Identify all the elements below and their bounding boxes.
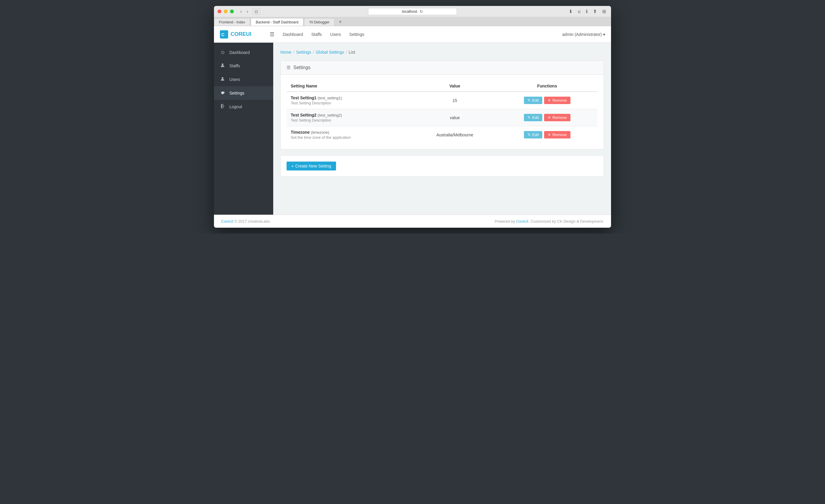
- staffs-icon: [220, 63, 225, 69]
- edit-button-3[interactable]: ✎ Edit: [524, 131, 542, 138]
- sidebar-item-dashboard[interactable]: ⊙ Dashboard: [214, 46, 273, 59]
- url-bar[interactable]: localhost ↻: [368, 8, 457, 15]
- breadcrumb-global-settings[interactable]: Global Settings: [316, 50, 344, 55]
- pocket-icon[interactable]: ⬇: [567, 8, 574, 15]
- info-icon[interactable]: ℹ: [584, 8, 589, 15]
- breadcrumb-sep-3: /: [346, 50, 347, 55]
- card-header: ☰ Settings: [281, 61, 604, 75]
- plus-icon: +: [291, 164, 294, 168]
- edit-button-2[interactable]: ✎ Edit: [524, 114, 542, 121]
- card-body: Setting Name Value Functions: [281, 75, 604, 149]
- footer-left: CoreUI © 2017 creativeLabs.: [221, 219, 271, 224]
- tab-backend[interactable]: Backend - Staff Dashboard: [251, 18, 303, 26]
- chevron-down-icon: ▾: [603, 32, 605, 37]
- breadcrumb-home[interactable]: Home: [280, 50, 291, 55]
- settings-card: ☰ Settings Setting Name: [280, 61, 604, 149]
- dashboard-icon: ⊙: [220, 50, 225, 55]
- users-icon: [220, 76, 225, 82]
- maximize-button[interactable]: [230, 9, 234, 13]
- setting-name-cell-3: Timezone (timezone) Set the time zone of…: [287, 126, 413, 143]
- card-title: Settings: [293, 65, 311, 70]
- col-value: Value: [413, 81, 497, 92]
- footer-copyright: © 2017 creativeLabs.: [234, 219, 271, 224]
- top-nav-links: Dashboard Staffs Users Settings: [279, 30, 368, 39]
- mac-window-controls: [218, 9, 234, 13]
- user-icon[interactable]: u: [576, 8, 582, 15]
- share-icon[interactable]: ⬆: [592, 8, 598, 15]
- nav-dashboard[interactable]: Dashboard: [279, 30, 307, 39]
- list-icon: ☰: [287, 65, 290, 70]
- tab-frontend[interactable]: Frontend - Index: [214, 18, 250, 26]
- content-area: Home / Settings / Global Settings / List…: [273, 43, 611, 215]
- sidebar: ⊙ Dashboard Staffs Users: [214, 43, 273, 215]
- breadcrumb-settings[interactable]: Settings: [296, 50, 311, 55]
- brand-text: COREUI: [231, 31, 251, 38]
- edit-icon-2: ✎: [527, 115, 531, 120]
- nav-settings[interactable]: Settings: [346, 30, 368, 39]
- svg-rect-7: [222, 105, 222, 107]
- nav-users[interactable]: Users: [326, 30, 345, 39]
- grid-icon[interactable]: ⊞: [601, 8, 607, 15]
- breadcrumb-sep-2: /: [313, 50, 314, 55]
- svg-point-3: [222, 77, 223, 79]
- table-row: Test Setting2 (test_setting2) Test Setti…: [287, 109, 598, 126]
- sidebar-item-users[interactable]: Users: [214, 73, 273, 86]
- breadcrumb-list: List: [349, 50, 355, 55]
- mac-window: ‹ › ⊡ localhost ↻ ⬇ u ℹ ⬆ ⊞ Frontend - I…: [214, 6, 611, 228]
- footer-coreui-link-left[interactable]: CoreUI: [221, 219, 233, 224]
- edit-button-1[interactable]: ✎ Edit: [524, 97, 542, 104]
- setting-name-cell-2: Test Setting2 (test_setting2) Test Setti…: [287, 109, 413, 126]
- remove-icon-1: ✕: [548, 98, 551, 102]
- svg-point-2: [222, 63, 223, 65]
- sidebar-item-staffs[interactable]: Staffs: [214, 59, 273, 73]
- logout-icon: [220, 104, 225, 110]
- close-button[interactable]: [218, 9, 221, 13]
- top-nav: C COREUI ☰ Dashboard Staffs Users Settin…: [214, 26, 611, 43]
- minimize-button[interactable]: [224, 9, 228, 13]
- breadcrumb: Home / Settings / Global Settings / List: [280, 50, 604, 55]
- settings-table: Setting Name Value Functions: [287, 81, 598, 143]
- back-button[interactable]: ‹: [238, 8, 244, 15]
- user-menu[interactable]: admin (Administrator) ▾: [562, 32, 605, 37]
- brand-logo: C COREUI: [220, 30, 267, 39]
- nav-staffs[interactable]: Staffs: [308, 30, 326, 39]
- col-functions: Functions: [497, 81, 598, 92]
- footer-right: Powered by CoreUI. Customized by CK Desi…: [495, 219, 604, 224]
- forward-button[interactable]: ›: [245, 8, 250, 15]
- url-text: localhost: [402, 9, 417, 14]
- new-tab-button[interactable]: +: [336, 18, 344, 26]
- create-new-setting-button[interactable]: + Create New Setting: [287, 161, 336, 170]
- table-row: Timezone (timezone) Set the time zone of…: [287, 126, 598, 143]
- functions-cell-1: ✎ Edit ✕ Remove: [497, 92, 598, 109]
- coreui-logo-icon: C: [220, 30, 228, 39]
- remove-icon-3: ✕: [548, 133, 551, 137]
- svg-text:C: C: [221, 32, 224, 37]
- hamburger-button[interactable]: ☰: [270, 31, 275, 38]
- settings-icon: [220, 90, 225, 96]
- edit-icon-3: ✎: [527, 133, 531, 137]
- reload-icon[interactable]: ↻: [420, 9, 423, 14]
- create-card-body: + Create New Setting: [281, 156, 604, 176]
- edit-icon-1: ✎: [527, 98, 531, 102]
- col-setting-name: Setting Name: [287, 81, 413, 92]
- remove-button-2[interactable]: ✕ Remove: [544, 114, 570, 121]
- sidebar-item-logout[interactable]: Logout: [214, 100, 273, 114]
- value-cell-1: 15: [413, 92, 497, 109]
- toolbar-right: ⬇ u ℹ ⬆ ⊞: [567, 8, 607, 15]
- tab-yii[interactable]: Yii Debugger: [304, 18, 334, 26]
- main-layout: ⊙ Dashboard Staffs Users: [214, 43, 611, 215]
- sidebar-item-settings[interactable]: Settings: [214, 86, 273, 100]
- remove-button-3[interactable]: ✕ Remove: [544, 131, 570, 138]
- functions-cell-2: ✎ Edit ✕ Remove: [497, 109, 598, 126]
- remove-icon-2: ✕: [548, 115, 551, 120]
- reader-button[interactable]: ⊡: [252, 8, 260, 15]
- remove-button-1[interactable]: ✕ Remove: [544, 97, 570, 104]
- footer-coreui-link-right[interactable]: CoreUI: [516, 219, 528, 224]
- mac-titlebar: ‹ › ⊡ localhost ↻ ⬇ u ℹ ⬆ ⊞: [214, 6, 611, 17]
- svg-rect-6: [221, 104, 222, 108]
- browser-nav-buttons: ‹ ›: [238, 8, 250, 15]
- value-cell-3: Australia/Melbourne: [413, 126, 497, 143]
- app-wrapper: C COREUI ☰ Dashboard Staffs Users Settin…: [214, 26, 611, 228]
- breadcrumb-sep-1: /: [293, 50, 294, 55]
- functions-cell-3: ✎ Edit ✕ Remove: [497, 126, 598, 143]
